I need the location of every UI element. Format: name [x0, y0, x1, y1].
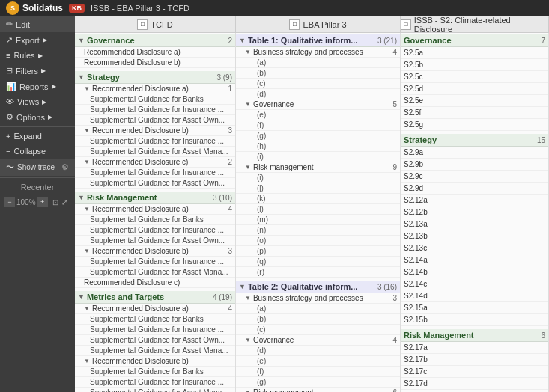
tcfd-metrics-header[interactable]: ▼ Metrics and Targets 4 (19): [75, 291, 235, 304]
recenter-button[interactable]: Recenter: [0, 180, 75, 194]
eba-t1-biz-d[interactable]: (d): [236, 89, 400, 99]
tcfd-governance-item-b[interactable]: Recommended Disclosure b): [75, 58, 235, 68]
tcfd-metrics-banks[interactable]: Supplemental Guidance for Banks: [75, 314, 235, 325]
issb-s213a[interactable]: S2.13a: [401, 218, 548, 230]
tcfd-metrics-banks-2[interactable]: Supplemental Guidance for Banks: [75, 367, 235, 377]
tcfd-governance-header[interactable]: ▼ Governance 2: [75, 34, 235, 47]
tcfd-risk-rec-c[interactable]: Recommended Disclosure c): [75, 278, 235, 288]
eba-t1-gov-g[interactable]: (g): [236, 131, 400, 141]
eba-t1-risk-n[interactable]: (n): [236, 225, 400, 236]
tcfd-strategy-rec-c[interactable]: ▼ Recommended Disclosure c) 2: [75, 157, 235, 168]
eba-t1-biz-b[interactable]: (b): [236, 68, 400, 79]
sidebar-item-export[interactable]: ↗ Export ▶: [0, 32, 75, 48]
eba-t2-biz-b[interactable]: (b): [236, 314, 400, 325]
sidebar-item-collapse[interactable]: − Collapse: [0, 144, 75, 159]
issb-s29d[interactable]: S2.9d: [401, 183, 548, 195]
eba-t1-risk-header[interactable]: ▼ Risk management 9: [236, 162, 400, 173]
tcfd-risk-banks[interactable]: Supplemental Guidance for Banks: [75, 215, 235, 225]
eba-t1-risk-l[interactable]: (l): [236, 204, 400, 215]
issb-s215b[interactable]: S2.15b: [401, 314, 548, 326]
tcfd-risk-insurance-2[interactable]: Supplemental Guidance for Insurance ...: [75, 257, 235, 267]
tcfd-strategy-asset-own-2[interactable]: Supplemental Guidance for Asset Own...: [75, 178, 235, 189]
issb-s29c[interactable]: S2.9c: [401, 171, 548, 183]
zoom-fit-button[interactable]: ⊡: [52, 198, 58, 206]
sidebar-item-rules[interactable]: ≡ Rules ▶: [0, 48, 75, 63]
tcfd-strategy-rec-a[interactable]: ▼ Recommended Disclosure a) 1: [75, 84, 235, 94]
eba-t2-risk-header[interactable]: ▼ Risk management 6: [236, 388, 400, 392]
issb-s25f[interactable]: S2.5f: [401, 107, 548, 119]
tcfd-risk-rec-b[interactable]: ▼ Recommended Disclosure b) 3: [75, 246, 235, 257]
eba-t2-gov-f[interactable]: (f): [236, 367, 400, 377]
eba-t1-biz-header[interactable]: ▼ Business strategy and processes 4: [236, 47, 400, 58]
zoom-out-button[interactable]: −: [4, 197, 15, 207]
issb-s25b[interactable]: S2.5b: [401, 59, 548, 71]
eba-collapse-button[interactable]: □: [289, 19, 300, 30]
issb-s217c[interactable]: S2.17c: [401, 366, 548, 378]
tcfd-strategy-insurance-1[interactable]: Supplemental Guidance for Insurance ...: [75, 105, 235, 115]
issb-s29a[interactable]: S2.9a: [401, 147, 548, 159]
scroll-content[interactable]: ▼ Governance 2 Recommended Disclosure a)…: [75, 33, 549, 392]
tcfd-metrics-insurance-1[interactable]: Supplemental Guidance for Insurance ...: [75, 325, 235, 335]
eba-table1-header[interactable]: ▼ Table 1: Qualitative inform... 3 (21): [236, 34, 400, 47]
zoom-expand-button[interactable]: ⤢: [61, 198, 67, 206]
gear-icon[interactable]: ⚙: [61, 162, 69, 172]
eba-t2-gov-header[interactable]: ▼ Governance 4: [236, 335, 400, 346]
eba-t1-risk-o[interactable]: (o): [236, 236, 400, 246]
issb-s217d[interactable]: S2.17d: [401, 378, 548, 390]
tcfd-risk-rec-a[interactable]: ▼ Recommended Disclosure a) 4: [75, 204, 235, 215]
tcfd-risk-header[interactable]: ▼ Risk Management 3 (10): [75, 192, 235, 204]
issb-s214a[interactable]: S2.14a: [401, 254, 548, 266]
eba-t1-risk-m[interactable]: (m): [236, 215, 400, 225]
tcfd-metrics-asset-mana-1[interactable]: Supplemental Guidance for Asset Mana...: [75, 346, 235, 356]
eba-t2-biz-header[interactable]: ▼ Business strategy and processes 3: [236, 293, 400, 304]
tcfd-risk-asset-mana[interactable]: Supplemental Guidance for Asset Mana...: [75, 267, 235, 278]
eba-t1-gov-h[interactable]: (h): [236, 141, 400, 152]
tcfd-strategy-insurance-3[interactable]: Supplemental Guidance for Insurance ...: [75, 168, 235, 178]
issb-s213b[interactable]: S2.13b: [401, 230, 548, 242]
issb-s25g[interactable]: S2.5g: [401, 119, 548, 131]
tcfd-risk-insurance-1[interactable]: Supplemental Guidance for Insurance ...: [75, 225, 235, 236]
eba-t2-biz-c[interactable]: (c): [236, 325, 400, 335]
eba-t1-risk-r[interactable]: (r): [236, 267, 400, 278]
issb-risk-header[interactable]: Risk Management 6: [401, 329, 548, 342]
tcfd-metrics-rec-a[interactable]: ▼ Recommended Disclosure a) 4: [75, 304, 235, 314]
tcfd-metrics-asset-own[interactable]: Supplemental Guidance for Asset Own...: [75, 335, 235, 346]
eba-t1-risk-k[interactable]: (k): [236, 194, 400, 204]
eba-t1-biz-a[interactable]: (a): [236, 58, 400, 68]
zoom-in-button[interactable]: +: [37, 197, 48, 207]
issb-s214c[interactable]: S2.14c: [401, 278, 548, 290]
issb-s217a[interactable]: S2.17a: [401, 342, 548, 354]
tcfd-metrics-asset-mana-2[interactable]: Supplemental Guidance for Asset Mana...: [75, 388, 235, 392]
eba-t1-gov-header[interactable]: ▼ Governance 5: [236, 99, 400, 110]
eba-table2-header[interactable]: ▼ Table 2: Qualitative inform... 3 (16): [236, 281, 400, 293]
issb-s25e[interactable]: S2.5e: [401, 95, 548, 107]
issb-governance-header[interactable]: Governance 7: [401, 34, 548, 47]
sidebar-item-expand[interactable]: + Expand: [0, 129, 75, 144]
issb-s215a[interactable]: S2.15a: [401, 302, 548, 314]
issb-strategy-header[interactable]: Strategy 15: [401, 134, 548, 147]
issb-s25d[interactable]: S2.5d: [401, 83, 548, 95]
issb-s25a[interactable]: S2.5a: [401, 47, 548, 59]
sidebar-item-filters[interactable]: ⊟ Filters ▶: [0, 63, 75, 79]
tcfd-strategy-rec-b[interactable]: ▼ Recommended Disclosure b) 3: [75, 126, 235, 136]
issb-s212b[interactable]: S2.12b: [401, 206, 548, 218]
issb-s217b[interactable]: S2.17b: [401, 354, 548, 366]
eba-t2-biz-a[interactable]: (a): [236, 304, 400, 314]
eba-t2-gov-d[interactable]: (d): [236, 346, 400, 356]
tcfd-strategy-insurance-2[interactable]: Supplemental Guidance for Insurance ...: [75, 136, 235, 147]
tcfd-strategy-asset-own-1[interactable]: Supplemental Guidance for Asset Own...: [75, 115, 235, 126]
eba-t1-gov-e[interactable]: (e): [236, 110, 400, 120]
issb-s214b[interactable]: S2.14b: [401, 266, 548, 278]
eba-t2-gov-e[interactable]: (e): [236, 356, 400, 367]
sidebar-item-views[interactable]: 👁 Views ▶: [0, 94, 75, 109]
tcfd-metrics-rec-b[interactable]: ▼ Recommended Disclosure b): [75, 356, 235, 367]
issb-collapse-button[interactable]: □: [401, 19, 411, 30]
issb-s29b[interactable]: S2.9b: [401, 159, 548, 171]
eba-t1-biz-c[interactable]: (c): [236, 79, 400, 89]
eba-t2-gov-g[interactable]: (g): [236, 377, 400, 388]
tcfd-metrics-insurance-2[interactable]: Supplemental Guidance for Insurance ...: [75, 377, 235, 388]
eba-t1-risk-i[interactable]: (i): [236, 173, 400, 183]
sidebar-item-reports[interactable]: 📊 Reports ▶: [0, 79, 75, 94]
tcfd-strategy-header[interactable]: ▼ Strategy 3 (9): [75, 71, 235, 84]
issb-s213c[interactable]: S2.13c: [401, 242, 548, 254]
